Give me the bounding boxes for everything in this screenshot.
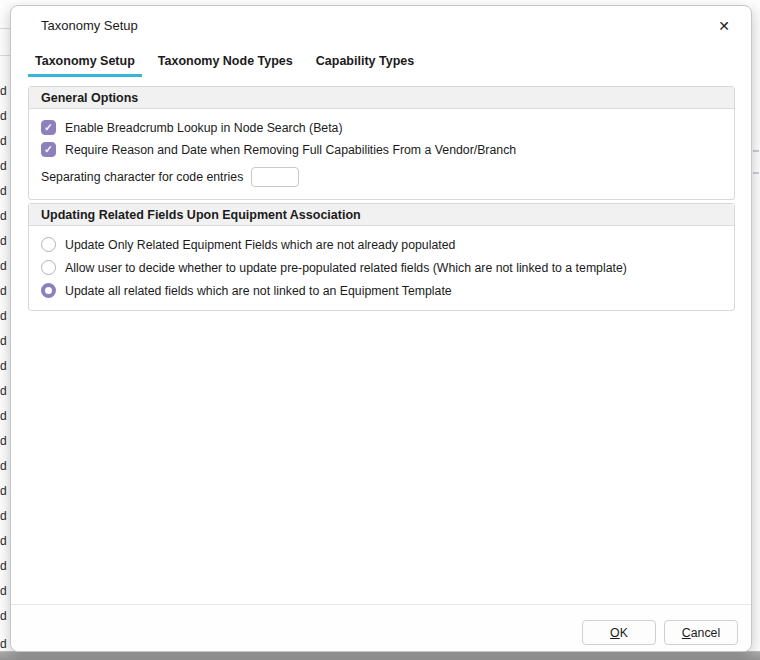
radio-allow-user-decide[interactable]: Allow user to decide whether to update p… — [41, 260, 722, 275]
background-window-bottom-edge — [0, 651, 760, 660]
updating-related-fields-group: Updating Related Fields Upon Equipment A… — [28, 203, 735, 311]
close-icon: ✕ — [718, 18, 730, 34]
cancel-button[interactable]: Cancel — [664, 620, 738, 645]
background-row-divider — [0, 28, 10, 29]
background-text-fragment: d — [0, 210, 10, 222]
background-text-fragment: d — [0, 535, 10, 547]
background-mark — [753, 172, 759, 174]
background-text-fragment: d — [0, 585, 10, 597]
ok-button-mnemonic: O — [610, 626, 620, 640]
background-text-fragment: d — [0, 638, 10, 650]
background-text-fragment: d — [0, 160, 10, 172]
checkbox-label: Require Reason and Date when Removing Fu… — [65, 143, 516, 157]
background-row-divider — [0, 55, 10, 56]
background-text-fragment: d — [0, 510, 10, 522]
radio-label: Update all related fields which are not … — [65, 284, 452, 298]
background-text-fragment: d — [0, 285, 10, 297]
checkbox-label: Enable Breadcrumb Lookup in Node Search … — [65, 121, 343, 135]
separating-character-input[interactable] — [251, 167, 299, 187]
background-mark — [753, 150, 759, 152]
background-text-fragment: d — [0, 610, 10, 622]
background-text-fragment: d — [0, 235, 10, 247]
separating-character-row: Separating character for code entries — [41, 167, 722, 187]
cancel-button-label-rest: ancel — [691, 626, 720, 640]
background-text-fragment: d — [0, 485, 10, 497]
general-options-header: General Options — [29, 87, 734, 109]
ok-button[interactable]: OK — [582, 620, 656, 645]
radio-label: Allow user to decide whether to update p… — [65, 261, 627, 275]
background-text-fragment: d — [0, 360, 10, 372]
background-text-fragment: d — [0, 335, 10, 347]
background-text-fragment: d — [0, 385, 10, 397]
updating-related-fields-header: Updating Related Fields Upon Equipment A… — [29, 204, 734, 226]
background-text-fragment: d — [0, 435, 10, 447]
background-text-fragment: d — [0, 260, 10, 272]
dialog-title: Taxonomy Setup — [41, 18, 138, 33]
tab-taxonomy-node-types[interactable]: Taxonomy Node Types — [151, 52, 300, 77]
checkbox-require-reason-and-date[interactable]: ✓ Require Reason and Date when Removing … — [41, 142, 722, 157]
tab-taxonomy-setup[interactable]: Taxonomy Setup — [28, 52, 142, 77]
tab-bar: Taxonomy Setup Taxonomy Node Types Capab… — [28, 52, 421, 77]
background-text-fragment: d — [0, 85, 10, 97]
updating-related-fields-body: Update Only Related Equipment Fields whi… — [29, 226, 734, 310]
background-text-fragment: d — [0, 410, 10, 422]
background-text-fragment: d — [0, 460, 10, 472]
separating-character-label: Separating character for code entries — [41, 170, 243, 184]
background-text-fragment: d — [0, 110, 10, 122]
tab-capability-types[interactable]: Capability Types — [309, 52, 421, 77]
cancel-button-mnemonic: C — [682, 626, 691, 640]
checkbox-checked-icon: ✓ — [41, 142, 56, 157]
close-button[interactable]: ✕ — [712, 14, 736, 38]
radio-update-all-not-linked[interactable]: Update all related fields which are not … — [41, 283, 722, 298]
radio-selected-icon — [41, 283, 56, 298]
background-text-fragment: d — [0, 310, 10, 322]
taxonomy-setup-dialog: Taxonomy Setup ✕ Taxonomy Setup Taxonomy… — [10, 5, 752, 652]
background-text-fragment: d — [0, 135, 10, 147]
general-options-group: General Options ✓ Enable Breadcrumb Look… — [28, 86, 735, 200]
radio-label: Update Only Related Equipment Fields whi… — [65, 238, 455, 252]
background-text-fragment: d — [0, 185, 10, 197]
radio-unselected-icon — [41, 260, 56, 275]
radio-update-only-unpopulated[interactable]: Update Only Related Equipment Fields whi… — [41, 237, 722, 252]
check-icon: ✓ — [44, 122, 53, 133]
background-text-fragment: d — [0, 560, 10, 572]
checkbox-enable-breadcrumb-lookup[interactable]: ✓ Enable Breadcrumb Lookup in Node Searc… — [41, 120, 722, 135]
check-icon: ✓ — [44, 144, 53, 155]
radio-unselected-icon — [41, 237, 56, 252]
dialog-footer: OK Cancel — [11, 604, 751, 651]
background-window-right-edge — [752, 0, 760, 660]
general-options-body: ✓ Enable Breadcrumb Lookup in Node Searc… — [29, 109, 734, 199]
checkbox-checked-icon: ✓ — [41, 120, 56, 135]
ok-button-label-rest: K — [620, 626, 628, 640]
